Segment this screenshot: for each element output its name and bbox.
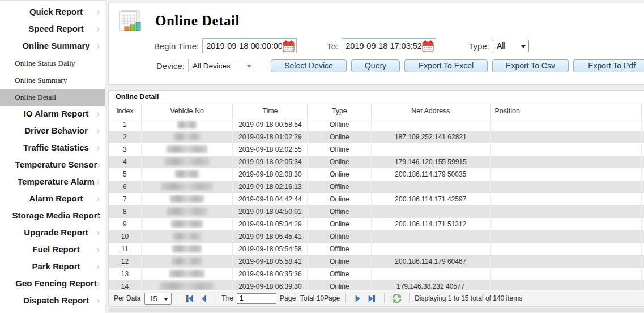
column-header-position[interactable]: Position <box>490 104 642 118</box>
sidebar-item-online-detail[interactable]: Online Detail <box>0 89 105 106</box>
cell-time: 2019-09-18 04:50:01 <box>233 205 308 218</box>
table-row[interactable]: 92019-09-18 05:34:29Online200.186.114.17… <box>109 218 644 230</box>
cell-vehicle-no <box>141 268 233 280</box>
table-row[interactable]: 112019-09-18 05:54:58Offline <box>109 243 644 255</box>
select-device-button[interactable]: Select Device <box>271 59 347 72</box>
title-row: Online Detail <box>109 8 644 37</box>
cell-time: 2019-09-18 05:34:29 <box>233 218 308 230</box>
device-combobox[interactable]: All Devices <box>188 59 255 72</box>
table-row[interactable]: 142019-09-18 06:39:30Online179.146.38.23… <box>109 280 644 290</box>
cell-index: 8 <box>109 205 141 218</box>
table-row[interactable]: 132019-09-18 06:35:36Offline <box>109 268 644 280</box>
export-pdf-button[interactable]: Export To Pdf <box>573 59 644 72</box>
sidebar-item-online-summary[interactable]: Online Summary <box>0 38 105 55</box>
refresh-icon[interactable] <box>392 294 402 303</box>
per-data-select[interactable]: 15 <box>144 293 172 305</box>
table-row[interactable]: 122019-09-18 05:58:41Online200.186.114.1… <box>109 255 644 268</box>
cell-vehicle-no <box>141 280 233 290</box>
device-combobox-value: All Devices <box>193 62 231 70</box>
table-row[interactable]: 32019-09-18 02:02:55Offline <box>109 143 644 156</box>
sidebar-item-storage-media-report[interactable]: Storage Media Report <box>0 208 105 225</box>
horizontal-scrollbar[interactable] <box>108 308 644 312</box>
table-row[interactable]: 22019-09-18 01:02:29Online187.109.252.14… <box>109 131 644 143</box>
cell-net-address <box>372 118 490 131</box>
table-row[interactable]: 62019-09-18 02:16:13Offline <box>109 181 644 193</box>
cell-position <box>490 181 642 193</box>
chevron-right-icon <box>95 112 100 117</box>
table-row[interactable]: 52019-09-18 02:08:30Online200.186.114.17… <box>109 168 644 181</box>
sidebar-item-temperature-sensor[interactable]: Temperature Sensor <box>0 157 105 174</box>
table-row[interactable]: 82019-09-18 04:50:01Offline <box>109 205 644 218</box>
query-panel: Online Detail Begin Time: <box>108 3 644 85</box>
cell-position <box>490 243 642 255</box>
table-row[interactable]: 42019-09-18 02:05:34Online179.146.120.15… <box>109 156 644 168</box>
cell-net-address: 200.186.114.171 51312 <box>372 218 490 230</box>
results-panel: Online Detail Index Vehicle No Time Type… <box>108 90 644 307</box>
first-page-icon[interactable] <box>185 294 194 303</box>
table-row[interactable]: 102019-09-18 05:45:41Offline <box>109 230 644 243</box>
begin-time-input[interactable] <box>206 41 282 50</box>
table-row[interactable]: 12019-09-18 00:58:54Offline <box>109 118 644 131</box>
column-header-net-address[interactable]: Net Address <box>372 104 490 118</box>
chevron-right-icon <box>95 27 100 32</box>
query-button[interactable]: Query <box>351 59 400 72</box>
cell-position <box>490 280 642 290</box>
sidebar-item-geo-fencing-report[interactable]: Geo Fencing Report <box>0 276 105 293</box>
sidebar-item-park-report[interactable]: Park Report <box>0 259 105 276</box>
cell-time: 2019-09-18 02:02:55 <box>233 143 308 156</box>
column-header-time[interactable]: Time <box>233 104 308 118</box>
cell-net-address <box>372 143 490 156</box>
column-header-type[interactable]: Type <box>308 104 372 118</box>
begin-time-label: Begin Time: <box>154 41 199 51</box>
vehicle-no-redacted <box>169 270 204 277</box>
last-page-icon[interactable] <box>367 294 377 303</box>
cell-index: 14 <box>109 280 141 290</box>
next-page-icon[interactable] <box>353 294 362 303</box>
cell-time: 2019-09-18 05:54:58 <box>233 243 308 255</box>
column-header-index[interactable]: Index <box>109 104 141 118</box>
export-csv-button[interactable]: Export To Csv <box>492 59 569 72</box>
sidebar-item-label: Traffic Statistics <box>23 143 89 152</box>
cell-spacer <box>642 193 644 205</box>
sidebar-item-label: Online Detail <box>15 93 56 102</box>
prev-page-icon[interactable] <box>199 294 208 303</box>
sidebar-item-fuel-report[interactable]: Fuel Report <box>0 242 105 259</box>
sidebar-item-label: Storage Media Report <box>12 211 100 220</box>
sidebar-item-online-status-daily[interactable]: Online Status Daily <box>0 55 105 72</box>
cell-type: Online <box>308 255 372 268</box>
cell-net-address: 200.186.114.179 50035 <box>372 168 490 181</box>
column-header-vehicle[interactable]: Vehicle No <box>141 104 233 118</box>
calendar-icon[interactable] <box>282 40 295 52</box>
per-data-label: Per Data <box>114 294 140 302</box>
sidebar-item-quick-report[interactable]: Quick Report <box>0 4 105 21</box>
cell-index: 7 <box>109 193 141 205</box>
cell-position <box>490 255 642 268</box>
sidebar-item-alarm-report[interactable]: Alarm Report <box>0 191 105 208</box>
to-time-input[interactable] <box>346 41 421 50</box>
table-row[interactable]: 72019-09-18 04:42:44Online200.186.114.17… <box>109 193 644 205</box>
filter-row-time: Begin Time: <box>109 38 644 54</box>
sidebar-item-online-summary[interactable]: Online Summary <box>0 72 105 89</box>
calendar-icon[interactable] <box>421 40 434 52</box>
sidebar-item-driver-behavior[interactable]: Driver Behavior <box>0 123 105 140</box>
cell-type: Offline <box>308 230 372 243</box>
export-excel-button[interactable]: Export To Excel <box>404 59 488 72</box>
sidebar-item-upgrade-report[interactable]: Upgrade Report <box>0 225 105 242</box>
cell-net-address <box>372 181 490 193</box>
sidebar-item-io-alarm-report[interactable]: IO Alarm Report <box>0 106 105 123</box>
cell-position <box>490 118 642 131</box>
vehicle-no-redacted <box>175 170 199 178</box>
page-label: Page <box>280 294 296 302</box>
sidebar-item-dispatch-report[interactable]: Dispatch Report <box>0 293 105 310</box>
sidebar-item-speed-report[interactable]: Speed Report <box>0 21 105 38</box>
sidebar-item-temperature-alarm[interactable]: Temperature Alarm <box>0 174 105 191</box>
sidebar-item-traffic-statistics[interactable]: Traffic Statistics <box>0 140 105 157</box>
type-select[interactable]: All <box>493 40 529 52</box>
cell-type: Offline <box>308 268 372 280</box>
vehicle-no-redacted <box>172 245 202 252</box>
cell-net-address: 187.109.252.141 62821 <box>372 131 490 143</box>
device-label: Device: <box>156 61 185 71</box>
cell-type: Online <box>308 156 372 168</box>
dropdown-arrow-icon <box>164 298 168 301</box>
page-number-input[interactable] <box>237 293 276 304</box>
